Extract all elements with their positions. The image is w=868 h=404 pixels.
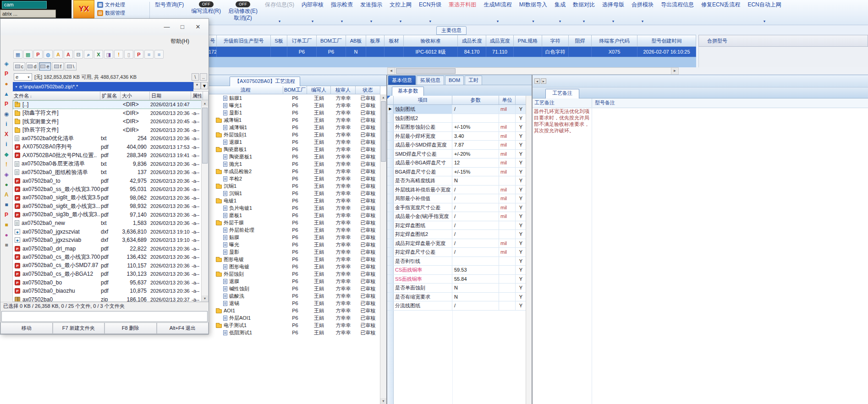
param-row[interactable]: 分流线图纸/Y <box>387 301 526 311</box>
shortcut-icon[interactable]: ● <box>3 181 10 188</box>
process-row[interactable]: 外层蚀刻1P6王娟方幸幸已审核 <box>209 131 380 138</box>
row-selector[interactable] <box>387 257 394 266</box>
dropdown-arrow-icon[interactable]: ▼ <box>399 20 402 23</box>
process-row[interactable]: 硫酸洗P6王娟方幸幸已审核 <box>209 292 380 300</box>
file-row[interactable]: AX07502BA0序列号pdf404,0902026/02/13 17:53-… <box>13 143 202 152</box>
process-row[interactable]: 图形电镀P6王娟方幸幸已审核 <box>209 256 380 263</box>
dropdown-arrow-icon[interactable]: ▼ <box>641 20 644 23</box>
param-row[interactable]: 蚀刻图纸2Y <box>387 114 526 123</box>
row-selector[interactable] <box>387 150 394 158</box>
minimize-icon[interactable]: — <box>160 22 174 32</box>
off-toggle[interactable]: OFF <box>199 1 214 7</box>
toolbar-button[interactable]: 文控上网 <box>390 1 412 8</box>
row-selector[interactable] <box>387 186 394 194</box>
flow-column-header[interactable]: 状态 <box>356 86 380 94</box>
process-row[interactable]: 曝光P6王娟方幸幸已审核 <box>209 241 380 248</box>
param-value[interactable]: 12 <box>452 158 499 167</box>
row-selector[interactable] <box>387 221 394 230</box>
param-row[interactable]: 邦定焊盘图纸/Y <box>387 221 526 230</box>
process-row[interactable]: 低阻测试1P6王娟方幸幸已审核 <box>209 329 380 336</box>
shortcut-icon[interactable]: ◉ <box>3 110 10 118</box>
param-value[interactable]: / <box>452 221 499 230</box>
excel-icon[interactable]: X <box>94 50 103 59</box>
tab-scroll-right-icon[interactable]: ► <box>541 78 546 84</box>
toolbar-group[interactable]: ▦文件处理 <box>97 0 148 9</box>
param-value[interactable]: 59.53 <box>452 266 499 274</box>
param-value[interactable]: N <box>452 284 499 292</box>
param-row[interactable]: 成品最小金(锡)手指宽度/milY <box>387 212 526 221</box>
param-value[interactable]: 3.40 <box>452 132 499 141</box>
row-selector[interactable] <box>387 194 394 203</box>
file-row[interactable]: ax07502ba0_sig8t_最小线宽3.5pdf98,0622026/02… <box>13 194 202 202</box>
flow-vertical-scrollbar[interactable]: ▲ ▼ <box>380 94 386 404</box>
param-row[interactable]: 金手指宽度尺寸公差/milY <box>387 203 526 213</box>
row-selector[interactable] <box>387 239 394 248</box>
row-selector[interactable] <box>387 132 394 141</box>
param-value[interactable]: +/-15% <box>452 168 499 176</box>
column-header[interactable]: 升级前旧生产型号 <box>217 35 271 47</box>
shortcut-icon[interactable]: ▲ <box>3 90 10 98</box>
process-row[interactable]: 电镀1P6王娟方幸幸已审核 <box>209 197 380 204</box>
toolbar-button[interactable]: 取消(Z) <box>234 15 252 22</box>
process-row[interactable]: 外层蚀刻P6王娟方幸幸已审核 <box>209 270 380 278</box>
off-toggle[interactable]: OFF <box>236 1 250 7</box>
shortcut-icon[interactable]: ■ <box>3 201 10 208</box>
process-row[interactable]: 外层干膜P6王娟方幸幸已审核 <box>209 219 380 226</box>
shortcut-close-icon[interactable]: X <box>3 131 10 138</box>
param-value[interactable]: N <box>452 293 499 301</box>
process-row[interactable]: 外层AOI1P6王娟方幸幸已审核 <box>209 314 380 322</box>
column-header[interactable]: 阻焊 <box>569 35 592 47</box>
scroll-left-icon[interactable]: ◄ <box>388 68 395 74</box>
tab-scroll-left-icon[interactable]: ◄ <box>534 78 540 84</box>
file-row[interactable]: ax07502ba0zip186,1062026/02/13 20:37-a-- <box>13 295 202 302</box>
scrollbar-thumb[interactable] <box>202 108 208 164</box>
param-row[interactable]: 成品最小BGA焊盘尺寸12milY <box>387 158 526 168</box>
row-selector[interactable] <box>387 123 394 131</box>
shortcut-icon[interactable]: ● <box>3 231 10 239</box>
column-header[interactable]: 板厚 <box>366 35 385 47</box>
current-path-bar[interactable]: ▼ e:\inpu\ax07502ba0.zip\*.* <box>13 82 193 91</box>
param-row[interactable]: ▶蚀刻图纸/milY <box>387 105 526 114</box>
tab-BOM[interactable]: BOM <box>445 76 464 85</box>
doc-icon[interactable]: ▯ <box>124 50 133 59</box>
dropdown-arrow-icon[interactable]: ▼ <box>278 20 281 23</box>
param-value[interactable]: / <box>452 105 499 114</box>
process-row[interactable]: 沉铜1P6王娟方幸幸已审核 <box>209 182 380 190</box>
row-selector[interactable] <box>387 275 394 284</box>
dropdown-arrow-icon[interactable]: ▼ <box>532 20 535 23</box>
shortcut-info-icon[interactable]: i <box>3 141 10 148</box>
toolbar-button[interactable]: 修复ECN丢流程 <box>701 1 740 8</box>
toolbar-button[interactable]: 合拼模块 <box>632 1 654 8</box>
file-row[interactable]: [..]<DIR>2026/02/14 10:47 <box>13 100 202 109</box>
param-row[interactable]: SMD焊盘尺寸公差+/-20%milY <box>387 150 526 159</box>
column-header[interactable]: 字符 <box>542 35 569 47</box>
maximize-icon[interactable]: □ <box>176 22 189 32</box>
process-row[interactable]: 半成品检验2P6王娟方幸幸已审核 <box>209 168 380 175</box>
dropdown-arrow-icon[interactable]: ▼ <box>763 20 766 23</box>
list-icon[interactable]: ≡ <box>144 50 154 59</box>
font-red-icon[interactable]: A <box>64 50 73 59</box>
file-row[interactable]: ax07502ba0_biaozhupdf10,8752026/02/13 20… <box>13 287 202 295</box>
tab-process-remark[interactable]: 工艺备注 <box>545 89 579 98</box>
shortcut-pdf-icon[interactable]: P <box>3 211 10 218</box>
function-key-button[interactable]: F8 删除 <box>104 322 157 334</box>
param-value[interactable]: 7.87 <box>452 141 499 149</box>
param-value[interactable]: / <box>452 203 499 212</box>
param-row[interactable]: BGA焊盘尺寸公差+/-15%milY <box>387 168 526 177</box>
pdf2-icon[interactable]: P <box>134 50 143 59</box>
toolbar-button[interactable]: 启动修改(E) <box>228 8 258 15</box>
function-key-button[interactable]: F7 新建文件夹 <box>53 322 105 334</box>
drive-button-f[interactable]: f <box>52 62 64 71</box>
fm-vertical-scrollbar[interactable]: ▲ ▼ <box>201 100 208 301</box>
param-value[interactable]: / <box>452 239 499 248</box>
column-header[interactable]: PNL规格 <box>514 35 542 47</box>
file-column-header[interactable]: 扩展名 <box>100 91 121 100</box>
drive-select[interactable]: e ▼ <box>14 73 32 81</box>
process-row[interactable]: 减薄铜1P6王娟方幸幸已审核 <box>209 116 380 124</box>
param-row[interactable]: 局部最小补偿值/milY <box>387 194 526 203</box>
process-row[interactable]: 显影1P6王娟方幸幸已审核 <box>209 109 380 116</box>
column-header[interactable]: 板材 <box>385 35 404 47</box>
process-row[interactable]: 退锡P6王娟方幸幸已审核 <box>209 300 380 307</box>
column-header[interactable]: 终端客户代码 <box>592 35 637 47</box>
dropdown-arrow-icon[interactable]: ▼ <box>582 20 586 23</box>
